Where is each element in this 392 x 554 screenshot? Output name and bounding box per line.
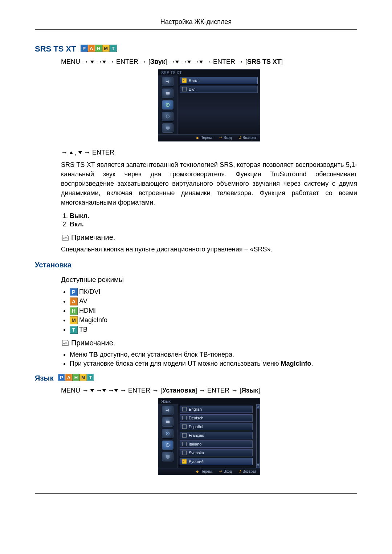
osd-item[interactable]: Русский <box>180 458 253 465</box>
note-heading: Примечание. <box>61 339 357 347</box>
mode-badge-h: H <box>95 45 102 52</box>
note-icon <box>61 234 70 242</box>
section-title-srs: SRS TS XT P A H M T <box>35 44 357 54</box>
mode-badge-h: H <box>70 307 78 315</box>
mode-strip: P A H M T <box>81 45 117 52</box>
osd-item[interactable]: Вкл. <box>180 86 258 93</box>
svg-rect-11 <box>167 458 168 459</box>
osd-check-on-icon <box>182 78 187 83</box>
svg-point-8 <box>167 433 168 434</box>
page-header: Настройка ЖК-дисплея <box>35 18 357 30</box>
down-arrow-icon <box>78 151 82 154</box>
svg-rect-10 <box>166 455 170 457</box>
osd-check-off-icon <box>182 433 187 438</box>
osd-item[interactable]: Français <box>180 432 253 439</box>
osd-sidebar <box>158 75 177 134</box>
osd-sidebar-icon <box>162 429 173 438</box>
note-icon <box>61 339 70 347</box>
section-title-language: Язык P A H M T <box>35 374 357 382</box>
svg-rect-4 <box>166 127 170 129</box>
mode-badge-a: A <box>70 297 78 305</box>
osd-sidebar-icon <box>162 123 173 133</box>
osd-item[interactable]: Svenska <box>180 449 253 456</box>
down-arrow-icon <box>102 389 106 392</box>
note-bullet: Меню TB доступно, если установлен блок Т… <box>70 351 357 358</box>
osd-sidebar-icon <box>162 452 173 461</box>
osd-sidebar-icon <box>162 112 173 121</box>
modes-subtitle: Доступные режимы <box>61 276 357 284</box>
osd-check-off-icon <box>182 416 187 420</box>
mode-strip: P A H M T <box>58 374 94 381</box>
osd-sidebar-icon-selected <box>162 440 173 450</box>
mode-badge-a: A <box>65 374 72 381</box>
page-title: Настройка ЖК-дисплея <box>160 18 232 25</box>
up-arrow-icon <box>69 151 73 154</box>
mode-item: TТВ <box>70 326 357 334</box>
option-item: Вкл. <box>70 221 357 228</box>
mode-item: MMagicInfo <box>70 316 357 324</box>
down-arrow-icon <box>90 389 94 392</box>
osd-check-off-icon <box>182 87 187 91</box>
mode-badge-m: M <box>79 374 87 381</box>
svg-point-2 <box>167 104 168 106</box>
page-footer-rule <box>35 493 357 494</box>
section-title-setup: Установка <box>35 261 357 269</box>
osd-title: SRS TS XT <box>158 70 260 75</box>
srs-note-text: Специальная кнопка на пульте дистанционн… <box>61 245 357 254</box>
osd-scroll-up[interactable]: ▲ <box>256 404 260 409</box>
note-bullets: Меню TB доступно, если установлен блок Т… <box>70 351 357 368</box>
srs-nav-path-1: MENU → → → ENTER → [Звук] → → → → ENTER … <box>61 58 357 66</box>
osd-item[interactable]: Выкл. <box>180 77 258 84</box>
osd-item[interactable]: Deutsch <box>180 414 253 422</box>
osd-item[interactable]: Italiano <box>180 440 253 448</box>
move-icon: ◆ <box>196 469 199 473</box>
osd-sidebar-icon-selected <box>162 100 173 110</box>
srs-heading-text: SRS TS XT <box>35 44 76 54</box>
note-bullet: При установке блока сети для модели UT м… <box>70 360 357 368</box>
mode-item: PПК/DVI <box>70 288 357 296</box>
enter-icon: ↵ <box>219 136 222 140</box>
mode-badge-t: T <box>87 374 94 381</box>
mode-badge-t: T <box>110 45 117 52</box>
options-list: Выкл. Вкл. <box>70 212 357 228</box>
mode-badge-p: P <box>70 288 78 296</box>
mode-item: HHDMI <box>70 307 357 315</box>
svg-rect-6 <box>166 420 170 423</box>
osd-check-off-icon <box>182 442 187 446</box>
osd-scroll-down[interactable]: ▼ <box>256 463 260 468</box>
svg-point-3 <box>166 115 170 118</box>
note-heading: Примечание. <box>61 233 357 242</box>
srs-description: SRS TS XT является запатентованной техно… <box>61 160 357 207</box>
mode-badge-a: A <box>88 45 95 52</box>
osd-sidebar-icon <box>162 406 173 415</box>
osd-check-off-icon <box>182 407 187 411</box>
osd-sidebar-icon <box>162 417 173 427</box>
lang-nav-path: MENU → → → → ENTER → [Установка] → ENTER… <box>61 387 357 394</box>
mode-badge-p: P <box>58 374 65 381</box>
mode-badge-p: P <box>81 45 88 52</box>
osd-sidebar-icon <box>162 77 173 86</box>
osd-title: Язык <box>158 398 260 404</box>
osd-item[interactable]: Español <box>180 423 253 430</box>
osd-item[interactable]: English <box>180 406 253 413</box>
osd-sidebar <box>158 404 177 468</box>
down-arrow-icon <box>199 61 203 63</box>
return-icon: ↺ <box>238 136 241 140</box>
mode-badge-t: T <box>70 326 78 334</box>
osd-check-on-icon <box>182 459 187 464</box>
svg-rect-5 <box>167 130 168 130</box>
osd-item-list: Выкл. Вкл. <box>177 75 260 134</box>
osd-scroll-track[interactable] <box>256 409 260 463</box>
osd-footer: ◆Перем. ↵Вход ↺Возврат <box>158 134 260 141</box>
enter-icon: ↵ <box>219 469 222 473</box>
svg-rect-0 <box>166 92 170 95</box>
srs-nav-path-2: → , → ENTER <box>61 149 357 156</box>
svg-point-9 <box>166 443 170 447</box>
down-arrow-icon <box>102 61 106 63</box>
osd-menu-language: Язык English Deutsch Español Français It… <box>158 398 260 475</box>
return-icon: ↺ <box>238 469 241 473</box>
osd-menu-srs: SRS TS XT Выкл. Вкл. <box>158 69 260 141</box>
down-arrow-icon <box>175 61 179 63</box>
mode-item: AAV <box>70 297 357 305</box>
osd-scrollbar[interactable]: ▲ ▼ <box>256 404 260 468</box>
